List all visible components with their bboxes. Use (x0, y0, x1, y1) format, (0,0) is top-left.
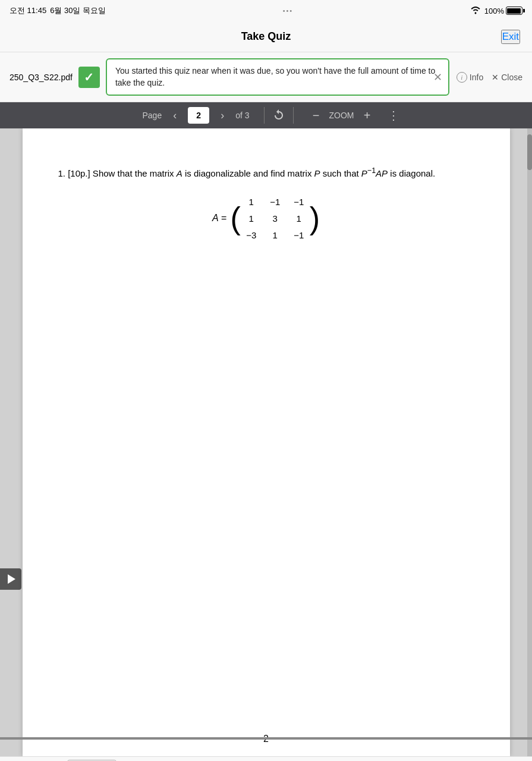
matrix-cell-01: −1 (265, 194, 286, 210)
matrix-cell-21: 1 (265, 227, 286, 243)
toast-right: i Info ✕ Close (457, 72, 522, 83)
matrix-cell-10: 1 (241, 210, 262, 227)
filename-label: 250_Q3_S22.pdf (10, 73, 73, 82)
check-icon: ✓ (78, 67, 100, 88)
prev-page-button[interactable]: ‹ (166, 107, 183, 124)
page-number-input[interactable] (188, 107, 209, 124)
three-dots: ••• (283, 7, 294, 14)
exit-button[interactable]: Exit (501, 30, 520, 44)
zoom-out-button[interactable]: − (308, 107, 325, 124)
next-page-button[interactable]: › (214, 107, 231, 124)
battery-bar (506, 7, 522, 15)
info-icon: i (457, 72, 467, 83)
play-icon (8, 574, 15, 584)
zoom-label: ZOOM (329, 111, 354, 120)
toolbar-divider-1 (264, 107, 265, 124)
toast-dismiss-button[interactable]: ✕ (433, 71, 442, 84)
zoom-controls: − ZOOM + (298, 107, 385, 124)
page-label: Page (142, 111, 162, 120)
matrix-equation: A = ( 1 −1 −1 1 3 1 −3 1 −1 ) (58, 193, 474, 243)
bottom-scroll-bar (0, 737, 532, 740)
scrollbar-thumb[interactable] (527, 134, 532, 170)
page-title: Take Quiz (241, 30, 291, 43)
toolbar: Page ‹ › of 3 − ZOOM + ⋮ (0, 102, 532, 128)
bottom-bar: Time Running: Hide Time (0, 756, 532, 761)
status-bar-left: 오전 11:45 6월 30일 목요일 (10, 5, 106, 16)
battery-percent: 100% (484, 7, 504, 15)
matrix-left-bracket: ( (230, 203, 240, 234)
close-label: Close (501, 73, 522, 82)
matrix-cell-11: 3 (265, 210, 286, 227)
zoom-in-button[interactable]: + (359, 107, 376, 124)
wifi-icon (470, 6, 481, 16)
close-x-icon: ✕ (492, 73, 499, 82)
info-label: Info (470, 73, 483, 82)
toast-message-box: You started this quiz near when it was d… (106, 58, 449, 96)
page-navigation: Page ‹ › of 3 (133, 107, 259, 124)
problem-text: 1. [10p.] Show that the matrix A is diag… (58, 164, 474, 181)
matrix-label: A = (212, 210, 226, 227)
matrix-cell-12: 1 (288, 210, 310, 227)
matrix-cell-22: −1 (288, 227, 310, 243)
matrix-right-bracket: ) (310, 203, 320, 234)
toast-left: 250_Q3_S22.pdf ✓ You started this quiz n… (10, 58, 449, 96)
matrix-wrapper: ( 1 −1 −1 1 3 1 −3 1 −1 ) (230, 193, 320, 243)
toast-bar: 250_Q3_S22.pdf ✓ You started this quiz n… (0, 52, 532, 102)
scrollbar[interactable] (527, 128, 532, 756)
play-button[interactable] (0, 568, 21, 590)
total-pages-label: of 3 (235, 111, 249, 120)
toolbar-divider-2 (293, 107, 294, 124)
date-display: 6월 30일 목요일 (50, 5, 106, 16)
pdf-page: 1. [10p.] Show that the matrix A is diag… (23, 128, 510, 756)
toast-message-text: You started this quiz near when it was d… (115, 66, 435, 87)
content-area: 1. [10p.] Show that the matrix A is diag… (0, 128, 532, 756)
reload-button[interactable] (269, 106, 288, 125)
toolbar-more-icon[interactable]: ⋮ (388, 108, 399, 122)
math-content: 1. [10p.] Show that the matrix A is diag… (58, 164, 474, 243)
status-bar: 오전 11:45 6월 30일 목요일 ••• 100% (0, 0, 532, 21)
nav-bar: Take Quiz Exit (0, 21, 532, 52)
info-button[interactable]: i Info (457, 72, 483, 83)
time-display: 오전 11:45 (10, 5, 46, 16)
status-bar-right: 100% (470, 6, 522, 16)
matrix-cell-20: −3 (241, 227, 262, 243)
close-button[interactable]: ✕ Close (492, 73, 522, 82)
matrix-cell-02: −1 (288, 194, 310, 210)
battery-fill (507, 8, 521, 14)
matrix-cell-00: 1 (241, 194, 262, 210)
battery-indicator: 100% (484, 7, 522, 15)
matrix-grid: 1 −1 −1 1 3 1 −3 1 −1 (241, 193, 310, 243)
